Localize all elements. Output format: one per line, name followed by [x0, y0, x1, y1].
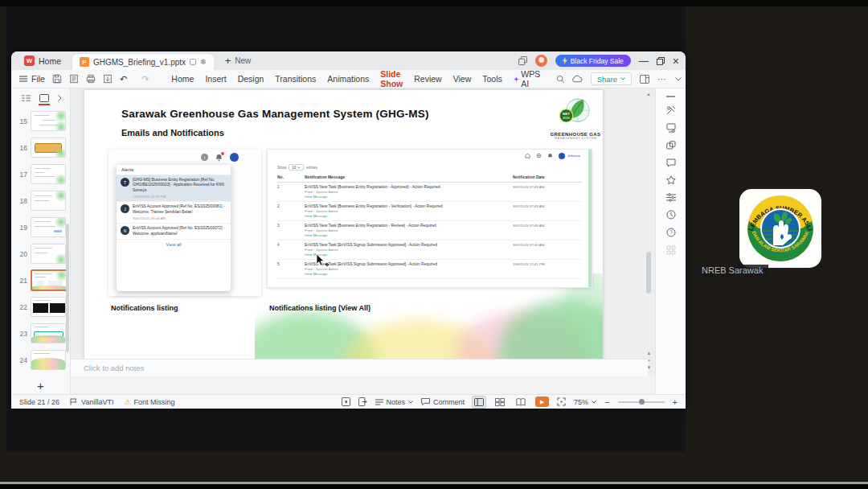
slide-thumbnail-21-selected[interactable]	[31, 269, 68, 291]
zoom-slider-knob[interactable]	[639, 399, 645, 405]
slide-number: 20	[15, 250, 27, 258]
wps-home-tab[interactable]: W Home	[18, 51, 72, 70]
comment-label: Comment	[433, 398, 465, 406]
quick-tools-icon[interactable]	[666, 105, 676, 115]
alert-item[interactable]: N EnVISS Account Approved [Ref No. ES/20…	[117, 224, 231, 240]
reading-view-button[interactable]	[514, 397, 527, 408]
menu-tools[interactable]: Tools	[482, 74, 502, 84]
add-slide-button[interactable]: +	[11, 379, 70, 392]
normal-view-button[interactable]	[473, 397, 485, 408]
row-no: 3	[277, 221, 305, 240]
collapse-panel-icon[interactable]	[58, 95, 62, 101]
alert-time: 30/07/2025 09:09 AM	[133, 216, 227, 220]
slide-thumbnail-22[interactable]	[31, 297, 66, 317]
current-slide[interactable]: Sarawak Greenhouse Gas Management System…	[84, 90, 603, 376]
save-button[interactable]	[52, 74, 62, 84]
slide-thumbnail-19[interactable]	[31, 217, 66, 237]
slide-thumbnail-16[interactable]	[31, 138, 66, 158]
switch-tabs-icon[interactable]	[640, 75, 649, 84]
zoom-level[interactable]: 75%	[574, 398, 596, 406]
zoom-in-button[interactable]: +	[673, 397, 678, 407]
slide-thumbnail-20[interactable]	[31, 244, 66, 264]
menu-insert[interactable]: Insert	[205, 74, 226, 84]
view-message-link[interactable]: View Message	[305, 253, 513, 257]
menu-home[interactable]: Home	[171, 74, 194, 84]
notes-toggle[interactable]: Notes	[375, 398, 414, 406]
cloud-sync-icon[interactable]	[572, 75, 583, 83]
view-message-link[interactable]: View Message	[305, 233, 513, 237]
collapse-ribbon-icon[interactable]	[675, 77, 682, 81]
account-avatar[interactable]	[535, 55, 547, 67]
document-tab[interactable]: P GHGMS_Briefing_v1.pptx ✽	[72, 54, 214, 70]
alert-item[interactable]: J EnVISS Account Approved [Ref No. ES/20…	[117, 202, 231, 224]
minimize-button[interactable]: —	[639, 56, 649, 66]
new-tab-button[interactable]: + New	[225, 55, 252, 67]
slide-number: 23	[15, 330, 27, 338]
help-icon[interactable]: ?	[666, 228, 676, 237]
design-icon[interactable]	[666, 123, 676, 133]
row-date: 16/6/2025 12:41 PM	[513, 260, 582, 279]
scrollbar-thumb[interactable]	[646, 252, 651, 294]
menu-design[interactable]: Design	[238, 74, 264, 84]
search-icon[interactable]	[556, 75, 565, 84]
redo-button[interactable]: ↷	[141, 74, 149, 84]
font-missing-warning[interactable]: ⚠ Font Missing	[124, 398, 174, 406]
undo-button[interactable]: ↶	[120, 74, 127, 84]
maximize-button[interactable]	[657, 57, 665, 65]
slide-thumbnail-18[interactable]	[31, 191, 66, 211]
slide-thumbnail-15[interactable]	[31, 111, 66, 131]
menu-animations[interactable]: Animations	[327, 74, 369, 84]
entries-select[interactable]: 10	[289, 164, 304, 171]
favorites-icon[interactable]	[666, 175, 676, 185]
slide-title: Sarawak Greenhouse Gas Management System…	[121, 108, 429, 120]
theme-indicator[interactable]: VanillaVTI	[70, 398, 113, 406]
export-button[interactable]	[103, 74, 113, 84]
alert-avatar: J	[121, 204, 129, 213]
menu-review[interactable]: Review	[414, 74, 441, 84]
shapes-icon[interactable]	[666, 141, 676, 150]
menu-view[interactable]: View	[453, 74, 472, 84]
slide-view-icon[interactable]	[39, 94, 49, 102]
scroll-up-arrow[interactable]: ▲	[646, 92, 651, 97]
file-menu[interactable]: File	[19, 74, 45, 84]
zoom-out-button[interactable]: −	[604, 397, 609, 407]
menu-wps-ai[interactable]: WPS AI	[514, 69, 542, 88]
canvas-scrollbar[interactable]: ▲ ▲▪▼	[645, 88, 653, 376]
slide-thumbnail-17[interactable]	[31, 164, 66, 184]
history-icon[interactable]	[666, 210, 676, 220]
comment-panel-icon[interactable]	[666, 158, 676, 167]
collapse-rail-icon[interactable]	[666, 96, 675, 97]
view-message-link[interactable]: View Message	[305, 195, 513, 199]
tab-split-icon[interactable]	[190, 59, 196, 65]
comment-toggle[interactable]: Comment	[421, 398, 465, 406]
fit-slide-icon[interactable]	[557, 397, 566, 406]
print-button[interactable]	[86, 74, 96, 84]
view-all-link[interactable]: View all	[117, 240, 231, 247]
outline-view-icon[interactable]	[22, 95, 31, 102]
menu-slide-show[interactable]: Slide Show	[380, 69, 403, 88]
notes-area[interactable]: Click to add notes	[71, 359, 648, 376]
user-avatar-icon	[559, 153, 565, 159]
close-button[interactable]: ×	[673, 55, 679, 67]
promo-banner-button[interactable]: Black Friday Sale	[555, 55, 631, 67]
panel-scrollbar[interactable]	[66, 224, 69, 352]
slide-sorter-view-button[interactable]	[493, 397, 506, 408]
zoom-slider[interactable]	[618, 401, 665, 403]
window-layout-icon[interactable]	[518, 56, 527, 65]
view-message-link[interactable]: View Message	[305, 214, 513, 218]
handout-export-icon[interactable]	[358, 397, 367, 406]
task-window-icon[interactable]	[342, 397, 350, 406]
alert-item[interactable]: T [GHG-MS] Business Entity Registration …	[117, 175, 231, 202]
print-preview-button[interactable]	[69, 74, 79, 84]
slide-thumbnail-23[interactable]	[31, 323, 66, 343]
view-message-link[interactable]: View Message	[305, 272, 513, 276]
slideshow-play-button[interactable]: ▶	[535, 397, 549, 407]
more-options-icon[interactable]: ⋯	[657, 74, 667, 84]
apps-grid-icon[interactable]	[666, 245, 676, 255]
tab-unsaved-icon[interactable]: ✽	[200, 59, 207, 66]
bottom-strip	[0, 484, 868, 489]
slide-thumbnail-24[interactable]	[31, 350, 66, 370]
properties-icon[interactable]	[666, 193, 676, 202]
menu-transitions[interactable]: Transitions	[275, 74, 316, 84]
share-button[interactable]: Share	[591, 72, 632, 85]
